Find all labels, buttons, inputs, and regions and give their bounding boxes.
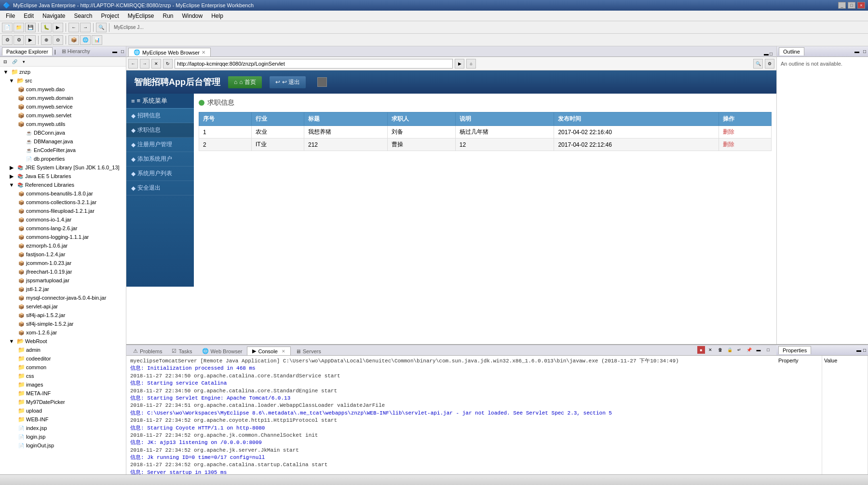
tree-root[interactable]: ▼ 📁 znzp (0, 68, 126, 76)
tb2-btn6[interactable]: 📦 (68, 35, 79, 45)
menu-window[interactable]: Window (178, 12, 207, 20)
collapse-all-button[interactable]: ⊟ (1, 58, 10, 66)
sidebar-item-usermgmt[interactable]: ◆ 注册用户管理 (126, 138, 194, 152)
sidebar-item-adduser[interactable]: ◆ 添加系统用户 (126, 152, 194, 166)
tab-package-explorer[interactable]: Package Explorer (2, 47, 53, 55)
delete-link[interactable]: 删除 (723, 141, 734, 148)
props-max[interactable]: □ (863, 347, 866, 353)
pin-button[interactable]: 📌 (745, 346, 753, 354)
menu-help[interactable]: Help (207, 12, 227, 20)
minimize-button[interactable]: _ (838, 2, 846, 9)
browser-forward-button[interactable]: → (140, 59, 149, 69)
panel-max-button[interactable]: □ (121, 49, 124, 54)
run-button[interactable]: ▶ (53, 23, 63, 32)
tab-servers[interactable]: 🖥 Servers (291, 347, 326, 355)
url-input[interactable] (175, 59, 453, 69)
tb2-btn7[interactable]: 🌐 (80, 35, 91, 45)
tree-jar2[interactable]: 📦commons-collections-3.2.1.jar (0, 198, 126, 207)
close-button[interactable]: × (857, 2, 865, 9)
wordwrap-button[interactable]: ↵ (735, 346, 744, 354)
tab-outline[interactable]: Outline (779, 47, 804, 55)
tree-src[interactable]: ▼ 📂 src (0, 76, 126, 85)
browser-go-button[interactable]: ▶ (455, 59, 464, 69)
tree-login[interactable]: 📄login.jsp (0, 432, 126, 441)
tree-file4[interactable]: 📄db.properties (0, 154, 126, 163)
tree-css[interactable]: 📁css (0, 372, 126, 380)
tree-pkg4[interactable]: 📦com.myweb.servlet (0, 111, 126, 120)
tree-common[interactable]: 📁common (0, 363, 126, 372)
tree-jar17[interactable]: 📦xom-1.2.6.jar (0, 328, 126, 337)
sidebar-item-jobseek[interactable]: ◆ 求职信息 (126, 123, 194, 138)
close-widget[interactable] (317, 77, 327, 87)
browser-options-button[interactable]: ⚙ (765, 59, 774, 69)
tree-jar16[interactable]: 📦slf4j-simple-1.5.2.jar (0, 319, 126, 328)
tree-file2[interactable]: ☕DBManager.java (0, 137, 126, 146)
tab-tasks[interactable]: ☑ Tasks (167, 347, 197, 355)
browser-home-button[interactable]: ⌂ (466, 59, 476, 69)
browser-panel-min[interactable]: ▬ (764, 51, 769, 56)
tree-jar9[interactable]: 📦jcommon-1.0.23.jar (0, 259, 126, 267)
panel-min-btn[interactable]: ▬ (754, 346, 763, 354)
tree-jar10[interactable]: 📦jfreechart-1.0.19.jar (0, 267, 126, 276)
tree-jar3[interactable]: 📦commons-fileupload-1.2.1.jar (0, 207, 126, 215)
tb2-btn8[interactable]: 📊 (92, 35, 102, 45)
tree-jar8[interactable]: 📦fastjson-1.2.4.jar (0, 250, 126, 259)
link-editor-button[interactable]: 🔗 (10, 58, 19, 66)
tree-jar11[interactable]: 📦jspsmartupload.jar (0, 276, 126, 285)
tree-upload[interactable]: 📁upload (0, 406, 126, 415)
logout-button[interactable]: ↩ ↩ 退出 (270, 76, 306, 88)
tree-meta[interactable]: 📁META-INF (0, 389, 126, 398)
tree-jar4[interactable]: 📦commons-io-1.4.jar (0, 215, 126, 224)
tree-webinf[interactable]: 📁WEB-INF (0, 415, 126, 424)
maximize-button[interactable]: □ (848, 2, 855, 9)
scrolllock-button[interactable]: 🔒 (725, 346, 734, 354)
sidebar-item-userlist[interactable]: ◆ 系统用户列表 (126, 166, 194, 181)
debug-button[interactable]: 🐛 (41, 23, 52, 32)
save-button[interactable]: 💾 (25, 23, 36, 32)
panel-min-button[interactable]: ▬ (112, 49, 117, 54)
tree-pkg2[interactable]: 📦com.myweb.domain (0, 94, 126, 102)
menu-file[interactable]: File (2, 12, 19, 20)
tree-pkg1[interactable]: 📦com.myweb.dao (0, 85, 126, 94)
view-menu-button[interactable]: ▾ (19, 58, 28, 66)
tree-codeeditor[interactable]: 📁codeeditor (0, 354, 126, 363)
tree-index[interactable]: 📄index.jsp (0, 424, 126, 432)
remove-button[interactable]: ✕ (706, 346, 715, 354)
props-min[interactable]: ▬ (856, 347, 861, 353)
tree-datepicker[interactable]: 📁My97DatePicker (0, 398, 126, 406)
tree-jar1[interactable]: 📦commons-beanutils-1.8.0.jar (0, 189, 126, 198)
browser-panel-max[interactable]: □ (770, 51, 773, 56)
delete-link[interactable]: 删除 (723, 128, 734, 135)
tree-jee[interactable]: ▶📚Java EE 5 Libraries (0, 172, 126, 180)
tree-jar6[interactable]: 📦commons-logging-1.1.1.jar (0, 233, 126, 241)
tree-pkg5[interactable]: 📦com.myweb.utils (0, 120, 126, 128)
tree-pkg3[interactable]: 📦com.myweb.service (0, 102, 126, 111)
browser-tab-active[interactable]: 🌐 MyEclipse Web Browser ✕ (128, 48, 211, 56)
new-button[interactable]: 📄 (2, 23, 13, 32)
tree-loginout[interactable]: 📄loginOut.jsp (0, 441, 126, 450)
back-button[interactable]: ← (68, 23, 79, 32)
tree-ref-libs[interactable]: ▼📚Referenced Libraries (0, 180, 126, 189)
cell-action[interactable]: 删除 (719, 126, 771, 139)
tree-webroot[interactable]: ▼📂WebRoot (0, 337, 126, 346)
panel-max-btn[interactable]: □ (764, 346, 773, 354)
search-button[interactable]: 🔍 (96, 23, 107, 32)
menu-edit[interactable]: Edit (20, 12, 38, 20)
tb2-btn4[interactable]: ⊕ (41, 35, 52, 45)
tree-jar7[interactable]: 📦ezmorph-1.0.6.jar (0, 241, 126, 250)
menu-navigate[interactable]: Navigate (39, 12, 69, 20)
menu-project[interactable]: Project (97, 12, 122, 20)
console-close[interactable]: ✕ (282, 349, 285, 354)
browser-stop-button[interactable]: ✕ (151, 59, 161, 69)
tree-jar14[interactable]: 📦servlet-api.jar (0, 302, 126, 311)
tree-images[interactable]: 📁images (0, 380, 126, 389)
tab-properties[interactable]: Properties (778, 346, 811, 354)
outline-max[interactable]: □ (863, 49, 866, 54)
tb2-btn3[interactable]: ▶ (25, 35, 36, 45)
menu-run[interactable]: Run (159, 12, 177, 20)
sidebar-item-recruit[interactable]: ◆ 招聘信息 (126, 109, 194, 123)
forward-button[interactable]: → (80, 23, 91, 32)
tb2-btn1[interactable]: ⚙ (2, 35, 13, 45)
tree-admin[interactable]: 📁admin (0, 346, 126, 354)
tab-hierarchy[interactable]: ⊞ Hierarchy (58, 47, 94, 55)
